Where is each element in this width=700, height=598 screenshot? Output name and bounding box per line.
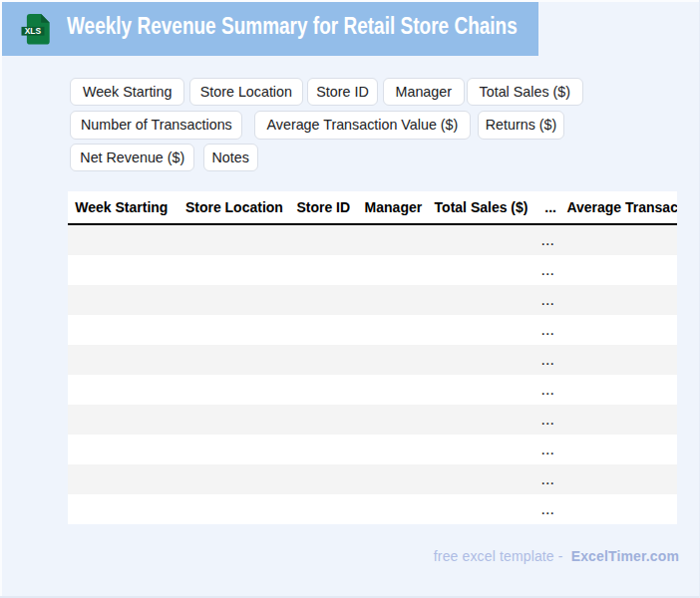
svg-text:XLS: XLS — [25, 26, 42, 36]
